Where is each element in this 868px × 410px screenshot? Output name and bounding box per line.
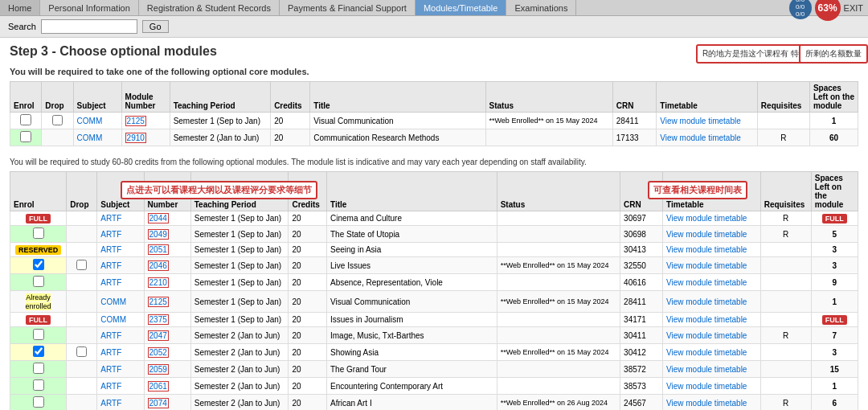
drop-cell[interactable] [42,129,73,146]
subject-link[interactable]: ARTF [100,399,121,408]
drop-cell[interactable] [67,327,97,344]
drop-cell[interactable] [67,313,97,327]
enrol-checkbox[interactable] [33,329,44,340]
timetable-cell[interactable]: View module timetable [663,378,761,395]
drop-cell[interactable] [67,291,97,313]
subject-link[interactable]: ARTF [100,214,121,223]
timetable-cell[interactable]: View module timetable [663,226,761,243]
enrol-cell[interactable] [10,129,42,146]
timetable-link[interactable]: View module timetable [666,278,747,287]
timetable-link[interactable]: View module timetable [666,245,747,254]
timetable-link[interactable]: View module timetable [666,315,747,324]
subject-link[interactable]: ARTF [100,365,121,374]
subject-link[interactable]: ARTF [100,261,121,270]
timetable-cell[interactable]: View module timetable [663,327,761,344]
enrol-cell[interactable] [10,274,67,291]
enrol-cell[interactable] [10,327,67,344]
enrol-cell[interactable] [10,378,67,395]
module-link[interactable]: 2047 [148,330,169,341]
drop-checkbox[interactable] [52,115,63,125]
drop-cell[interactable] [67,274,97,291]
enrol-cell[interactable] [10,113,42,129]
module-link[interactable]: 2044 [148,213,169,223]
nav-registration[interactable]: Registration & Student Records [139,0,280,15]
subject-link[interactable]: COMM [77,117,103,125]
drop-checkbox[interactable] [76,346,87,357]
enrol-cell[interactable] [10,226,67,243]
timetable-link[interactable]: View module timetable [666,348,747,357]
timetable-cell[interactable]: View module timetable [663,243,761,257]
enrol-cell[interactable]: RESERVED [10,243,67,257]
subject-link[interactable]: ARTF [100,278,121,287]
nav-examinations[interactable]: Examinations [506,0,576,15]
drop-cell[interactable] [67,243,97,257]
subject-link[interactable]: COMM [100,297,126,306]
timetable-cell[interactable]: View module timetable [663,361,761,378]
module-link[interactable]: 2049 [148,229,169,240]
timetable-link[interactable]: View module timetable [666,399,747,408]
subject-link[interactable]: ARTF [100,245,121,254]
timetable-link[interactable]: View module timetable [666,382,747,391]
timetable-cell[interactable]: View module timetable [657,129,758,146]
enrol-checkbox[interactable] [33,276,44,287]
drop-cell[interactable] [42,113,73,129]
nav-home[interactable]: Home [0,0,40,15]
timetable-link[interactable]: View module timetable [660,133,740,142]
drop-checkbox[interactable] [76,260,87,270]
drop-cell[interactable] [67,257,97,274]
enrol-cell[interactable] [10,395,67,411]
drop-cell[interactable] [67,361,97,378]
module-link[interactable]: 2375 [148,314,169,325]
module-link[interactable]: 2061 [148,381,169,392]
enrol-checkbox[interactable] [33,379,44,391]
exit-button[interactable]: EXIT [844,3,863,13]
search-input[interactable] [41,19,137,34]
nav-modules[interactable]: Modules/Timetable [416,0,507,15]
subject-link[interactable]: ARTF [100,382,121,391]
timetable-link[interactable]: View module timetable [666,261,747,270]
module-link[interactable]: 2125 [125,116,146,126]
module-link[interactable]: 2059 [148,364,169,375]
subject-link[interactable]: ARTF [100,348,121,357]
module-link[interactable]: 2046 [148,260,169,271]
timetable-cell[interactable]: View module timetable [657,113,758,129]
drop-cell[interactable] [67,226,97,243]
drop-cell[interactable] [67,211,97,226]
timetable-link[interactable]: View module timetable [666,365,747,374]
timetable-link[interactable]: View module timetable [666,230,747,239]
enrol-checkbox[interactable] [33,346,44,357]
go-button[interactable]: Go [142,20,169,33]
module-link[interactable]: 2052 [148,347,169,358]
timetable-cell[interactable]: View module timetable [663,344,761,361]
drop-cell[interactable] [67,378,97,395]
module-link[interactable]: 2074 [148,398,169,408]
timetable-cell[interactable]: View module timetable [663,313,761,327]
subject-link[interactable]: ARTF [100,230,121,239]
drop-cell[interactable] [67,395,97,411]
enrol-checkbox[interactable] [33,259,44,270]
enrol-cell[interactable] [10,361,67,378]
enrol-checkbox[interactable] [33,228,44,239]
nav-personal[interactable]: Personal Information [40,0,139,15]
enrol-checkbox[interactable] [33,363,44,374]
enrol-cell[interactable]: FULL [10,313,67,327]
enrol-checkbox[interactable] [20,131,31,142]
drop-cell[interactable] [67,344,97,361]
nav-payments[interactable]: Payments & Financial Support [280,0,416,15]
enrol-checkbox[interactable] [20,114,31,125]
timetable-link[interactable]: View module timetable [666,331,747,340]
timetable-cell[interactable]: View module timetable [663,211,761,226]
enrol-cell[interactable] [10,344,67,361]
module-link[interactable]: 2910 [125,133,146,143]
timetable-cell[interactable]: View module timetable [663,274,761,291]
module-link[interactable]: 2051 [148,244,169,255]
subject-link[interactable]: ARTF [100,331,121,340]
enrol-checkbox[interactable] [33,396,44,408]
timetable-link[interactable]: View module timetable [666,214,747,223]
subject-link[interactable]: COMM [100,315,126,324]
enrol-cell[interactable] [10,257,67,274]
module-link[interactable]: 2125 [148,297,169,307]
enrol-cell[interactable]: FULL [10,211,67,226]
timetable-cell[interactable]: View module timetable [663,395,761,411]
module-link[interactable]: 2210 [148,277,169,288]
